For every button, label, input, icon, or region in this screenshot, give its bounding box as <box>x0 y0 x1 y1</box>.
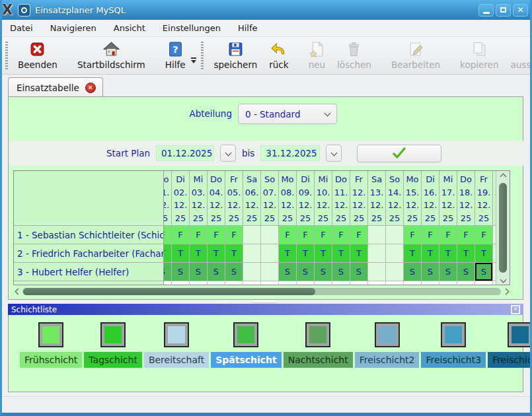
menu-item-navigieren[interactable]: Navigieren <box>50 23 96 33</box>
date-header-cell[interactable]: Mi10.12.25 <box>315 171 332 226</box>
shift-cell-T[interactable]: T <box>164 244 172 263</box>
shift-cell-S[interactable]: S <box>332 263 350 281</box>
shift-cell-S[interactable]: S <box>208 263 225 281</box>
date-header-cell[interactable]: Di16.12.25 <box>422 171 439 226</box>
shift-color-swatch[interactable] <box>376 324 399 346</box>
shift-cell-empty[interactable] <box>493 263 496 281</box>
shift-cell-S[interactable]: S <box>315 263 332 281</box>
date-header-cell[interactable]: Di02.12.25 <box>172 171 190 226</box>
shift-cell-T[interactable]: T <box>190 244 208 263</box>
shift-cell-T[interactable]: T <box>172 244 190 263</box>
shift-cell-F[interactable]: F <box>225 226 243 244</box>
vertical-scrollbar-thumb[interactable] <box>499 183 507 273</box>
date-header-cell[interactable]: So07.12.25 <box>261 171 279 226</box>
start-date-field[interactable]: 01.12.2025 <box>156 145 214 161</box>
shift-color-swatch[interactable] <box>165 324 188 346</box>
toolbar-button-r-ck[interactable]: rück <box>263 39 294 72</box>
shift-color-swatch[interactable] <box>442 324 465 346</box>
date-header-cell[interactable]: Mo01.12.25 <box>164 171 172 226</box>
toolbar-button-speichern[interactable]: speichern <box>208 39 263 72</box>
date-header-cell[interactable]: Fr05.12.25 <box>225 171 243 226</box>
window-menu-icon[interactable] <box>18 4 30 17</box>
shift-cell-T[interactable]: T <box>475 244 493 263</box>
shift-cell-empty[interactable] <box>493 244 496 263</box>
date-header-cell[interactable]: Sa20.12.25 <box>493 171 496 226</box>
shift-cell-T[interactable]: T <box>315 244 332 263</box>
menu-item-datei[interactable]: Datei <box>10 23 33 33</box>
shift-cell-empty[interactable] <box>243 226 261 244</box>
shift-cell-T[interactable]: T <box>225 244 243 263</box>
employee-name-cell[interactable]: 3 - Hubert Helfer (Helfer) <box>14 263 163 281</box>
shift-cell-S[interactable]: S <box>350 263 368 281</box>
shift-cell-T[interactable]: T <box>350 244 368 263</box>
shift-cell-F[interactable]: F <box>208 226 225 244</box>
legend-item-freischicht3[interactable]: Freischicht3 <box>488 322 532 368</box>
shift-cell-T[interactable]: T <box>279 244 297 263</box>
legend-item-bereitschaft[interactable]: Bereitschaft <box>144 322 209 368</box>
end-date-dropdown-button[interactable] <box>326 145 342 162</box>
close-button[interactable]: ✕ <box>513 4 528 17</box>
shift-cell-T[interactable]: T <box>208 244 225 263</box>
shift-cell-empty[interactable] <box>243 263 261 281</box>
date-header-cell[interactable]: Fr12.12.25 <box>350 171 368 226</box>
date-header-cell[interactable]: Sa13.12.25 <box>368 171 386 226</box>
shift-cell-F[interactable]: F <box>439 226 457 244</box>
splitter-handle[interactable] <box>252 300 276 302</box>
date-header-cell[interactable]: Mo08.12.25 <box>279 171 297 226</box>
shift-cell-F[interactable]: F <box>422 226 439 244</box>
minimize-button[interactable] <box>478 4 494 17</box>
abteilung-select[interactable]: 0 - Standard <box>238 104 337 124</box>
scroll-down-icon[interactable] <box>500 276 506 283</box>
shift-cell-F[interactable]: F <box>172 226 190 244</box>
tab-einsatztabelle[interactable]: Einsatztabelle ✕ <box>8 77 103 97</box>
shift-cell-T[interactable]: T <box>404 244 422 263</box>
shift-cell-empty[interactable] <box>368 263 386 281</box>
maximize-button[interactable] <box>496 4 511 17</box>
shift-cell-empty[interactable] <box>368 244 386 263</box>
menu-item-hilfe[interactable]: Hilfe <box>238 23 258 33</box>
employee-name-cell[interactable]: 1 - Sebastian Schichtleiter (Schichtleit… <box>14 226 163 244</box>
shift-cell-F[interactable]: F <box>404 226 422 244</box>
employee-name-cell[interactable]: 2 - Friedrich Facharbeiter (Facharbeiter… <box>14 244 163 263</box>
shift-cell-S[interactable]: S <box>164 263 172 281</box>
legend-item-fr-hschicht[interactable]: Frühschicht <box>20 322 82 368</box>
legend-item-sp-tschicht[interactable]: Spätschicht <box>211 322 282 368</box>
shift-cell-empty[interactable] <box>261 226 279 244</box>
tab-close-icon[interactable]: ✕ <box>85 83 96 93</box>
shift-cell-S[interactable]: S <box>404 263 422 281</box>
shift-cell-empty[interactable] <box>261 263 279 281</box>
shift-cell-F[interactable]: F <box>332 226 350 244</box>
legend-item-freischicht3[interactable]: Freischicht3 <box>421 322 486 368</box>
date-header-cell[interactable]: Sa06.12.25 <box>243 171 261 226</box>
legend-item-tagschicht[interactable]: Tagschicht <box>84 322 142 368</box>
shift-cell-S[interactable]: S <box>439 263 457 281</box>
toolbar-grip[interactable] <box>201 42 204 69</box>
horizontal-scrollbar-thumb[interactable] <box>23 288 315 295</box>
menu-item-einstellungen[interactable]: Einstellungen <box>163 23 221 33</box>
shift-cell-F[interactable]: F <box>279 226 297 244</box>
date-header-cell[interactable]: Do04.12.25 <box>208 171 225 226</box>
shift-cell-T[interactable]: T <box>422 244 439 263</box>
shift-color-swatch[interactable] <box>40 324 62 346</box>
shift-cell-F[interactable]: F <box>297 226 315 244</box>
date-header-cell[interactable]: Do11.12.25 <box>332 171 350 226</box>
shift-cell-empty[interactable] <box>386 244 404 263</box>
start-date-dropdown-button[interactable] <box>220 145 236 162</box>
apply-plan-button[interactable] <box>357 145 441 162</box>
shift-cell-F[interactable]: F <box>164 226 172 244</box>
shift-cell-S[interactable]: S <box>457 263 475 281</box>
dock-close-button[interactable]: ✕ <box>511 305 520 314</box>
shift-cell-S[interactable]: S <box>297 263 315 281</box>
legend-item-nachtschicht[interactable]: Nachtschicht <box>284 322 353 368</box>
shift-cell-T[interactable]: T <box>439 244 457 263</box>
shift-cell-T[interactable]: T <box>457 244 475 263</box>
toolbar-button-beenden[interactable]: Beenden <box>12 39 63 72</box>
shift-cell-F[interactable]: F <box>315 226 332 244</box>
shift-cell-empty[interactable] <box>261 244 279 263</box>
shift-cell-T[interactable]: T <box>332 244 350 263</box>
shift-color-swatch[interactable] <box>102 324 124 346</box>
shift-cell-empty[interactable] <box>386 263 404 281</box>
shift-color-swatch[interactable] <box>307 324 329 346</box>
shift-cell-empty[interactable] <box>243 244 261 263</box>
shift-cell-S[interactable]: S <box>422 263 439 281</box>
